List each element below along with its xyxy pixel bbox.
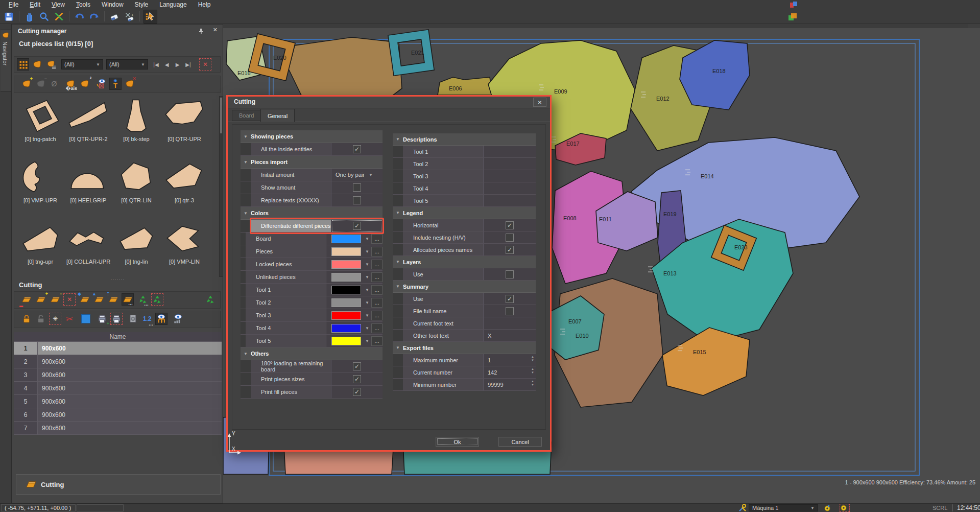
chevron-down-icon[interactable]: ▼	[365, 249, 369, 254]
panel-close-icon[interactable]: ✕	[213, 27, 218, 33]
checkbox[interactable]: ✓	[506, 246, 514, 254]
row-value[interactable]: 1▲▼	[484, 354, 536, 366]
print-icon[interactable]: +	[96, 313, 108, 325]
piece-list-icon[interactable]	[45, 58, 58, 71]
board-load-icon[interactable]: ◆	[79, 293, 91, 306]
collapse-icon[interactable]: ▼	[393, 211, 403, 215]
dialog-row-tool-3[interactable]: Tool 3	[393, 170, 536, 182]
collapse-icon[interactable]: ▼	[241, 134, 251, 139]
renest-icon[interactable]: …	[137, 293, 149, 306]
pan-icon[interactable]	[23, 10, 36, 23]
row-value[interactable]	[484, 305, 536, 317]
board-subtract-icon[interactable]: −	[49, 293, 61, 306]
board-table-row[interactable]: 7900x600	[14, 422, 222, 435]
dialog-close-icon[interactable]: ✕	[533, 98, 546, 107]
dialog-section-pieces-import[interactable]: ▼Pieces import	[241, 156, 383, 169]
select-pointer-icon[interactable]	[144, 10, 157, 24]
row-value[interactable]	[484, 231, 536, 243]
dialog-row-tool-1[interactable]: Tool 1	[393, 146, 536, 158]
dialog-row-other-foot-text[interactable]: Other foot textX	[393, 330, 536, 342]
color-more-button[interactable]: …	[371, 247, 383, 257]
fill-color-icon[interactable]	[80, 313, 92, 325]
chevron-down-icon[interactable]: ▼	[365, 262, 369, 267]
board-options-icon[interactable]: …	[122, 293, 134, 306]
checkbox[interactable]: ✓	[506, 221, 514, 229]
machine-board-config-icon[interactable]	[840, 504, 850, 512]
piece-thumbnail[interactable]: [0] bk-step	[114, 97, 159, 142]
dialog-row-horizontal[interactable]: Horizontal✓	[393, 219, 536, 231]
chevron-down-icon[interactable]: ▼	[365, 288, 369, 292]
row-value[interactable]: ▼…	[326, 309, 383, 321]
collapse-icon[interactable]: ▼	[393, 345, 403, 350]
checkbox[interactable]	[353, 196, 361, 204]
measure-icon[interactable]	[53, 10, 65, 23]
color-more-button[interactable]: …	[371, 336, 383, 346]
row-value[interactable]: ▼…	[326, 284, 383, 296]
checkbox[interactable]: ✓	[353, 222, 361, 230]
ok-button[interactable]: Ok	[436, 437, 479, 447]
piece-amounts-icon[interactable]: �ais	[64, 78, 77, 90]
color-swatch[interactable]	[331, 286, 361, 294]
view-levels-icon[interactable]	[172, 313, 184, 325]
dialog-row-print-pieces-sizes[interactable]: Print pieces sizes✓	[241, 373, 383, 386]
collapse-icon[interactable]: ▼	[241, 352, 251, 356]
dialog-row-initial-amount[interactable]: Initial amountOne by pair▼	[241, 169, 383, 181]
numbering-icon[interactable]: 1.2…	[141, 313, 153, 325]
zoom-icon[interactable]	[38, 10, 51, 23]
board-table-row[interactable]: 4900x600	[14, 382, 222, 395]
filter-dropdown-2[interactable]: (All)▼	[106, 59, 148, 69]
piece-thumbnail[interactable]: [0] tng-upr	[18, 220, 63, 265]
piece-thumbnail[interactable]: [0] COLLAR-UPR	[66, 220, 111, 265]
row-value[interactable]	[484, 158, 536, 170]
dialog-row-replace-texts-xxxxx-[interactable]: Replace texts (XXXXX)	[241, 194, 383, 207]
piece-thumbnail[interactable]: [0] HEELGRIP	[66, 158, 111, 203]
piece-thumbnail[interactable]: [0] QTR-UPR-2	[66, 97, 111, 142]
piece-thumbnail[interactable]: [0] QTR-UPR	[162, 97, 207, 142]
collapse-icon[interactable]: ▼	[241, 211, 251, 216]
first-page-icon[interactable]: |◀	[151, 59, 161, 69]
eraser-icon[interactable]	[108, 10, 121, 23]
piece-thumbnail[interactable]: [0] VMP-LIN	[162, 220, 207, 265]
row-value[interactable]	[331, 181, 383, 194]
dialog-row-file-full-name[interactable]: File full name	[393, 305, 536, 317]
dialog-row-use[interactable]: Use✓	[393, 293, 536, 305]
dialog-row-use[interactable]: Use	[393, 268, 536, 281]
eraser-add-icon[interactable]: +	[123, 10, 136, 23]
menu-item-window[interactable]: Window	[96, 1, 129, 8]
piece-thumbnail[interactable]: [0] qtr-3	[162, 158, 207, 203]
undo-icon[interactable]	[73, 10, 86, 23]
dialog-titlebar[interactable]: Cutting ✕	[228, 97, 550, 108]
chevron-down-icon[interactable]: ▼	[365, 313, 369, 318]
preview-icon[interactable]	[155, 313, 168, 325]
piece-outline-icon[interactable]	[31, 58, 43, 71]
dialog-section-colors[interactable]: ▼Colors	[241, 207, 383, 220]
hide-piece-icon[interactable]	[95, 78, 107, 90]
dialog-row-all-the-inside-entities[interactable]: All the inside entities✓	[241, 143, 383, 156]
dialog-section-legend[interactable]: ▼Legend	[393, 207, 536, 219]
dialog-row-print-fill-pieces[interactable]: Print fill pieces✓	[241, 386, 383, 399]
board-table-row[interactable]: 6900x600	[14, 408, 222, 422]
dialog-row-tool-2[interactable]: Tool 2	[393, 158, 536, 170]
dialog-row-180-loading-a-remaining-board[interactable]: 180º loading a remaining board✓	[241, 360, 383, 373]
row-value[interactable]: ✓	[331, 220, 383, 232]
save-icon[interactable]	[3, 10, 15, 23]
piece-thumbnail[interactable]: [0] QTR-LIN	[114, 158, 159, 203]
board-add-icon[interactable]: +	[35, 293, 47, 306]
row-value[interactable]	[484, 317, 536, 329]
redo-icon[interactable]	[88, 10, 101, 23]
dialog-section-others[interactable]: ▼Others	[241, 347, 383, 360]
machine-selector[interactable]: Máquina 1▼	[749, 504, 818, 511]
color-swatch[interactable]	[331, 311, 361, 320]
row-value[interactable]: ▼…	[326, 335, 383, 347]
dialog-row-tool-5[interactable]: Tool 5▼…	[241, 335, 383, 347]
color-swatch[interactable]	[331, 235, 361, 243]
collapse-icon[interactable]: ▼	[393, 260, 403, 264]
filter-dropdown-1[interactable]: (All)▼	[61, 59, 103, 69]
chevron-down-icon[interactable]: ▼	[365, 275, 369, 280]
dialog-section-descriptions[interactable]: ▼Descriptions	[393, 133, 536, 146]
collapse-icon[interactable]: ▼	[393, 284, 403, 289]
dialog-row-tool-3[interactable]: Tool 3▼…	[241, 309, 383, 322]
machine-tools-icon[interactable]	[738, 504, 749, 512]
board-up-icon[interactable]: ▲	[93, 293, 105, 306]
row-value[interactable]: ✓	[484, 244, 536, 255]
